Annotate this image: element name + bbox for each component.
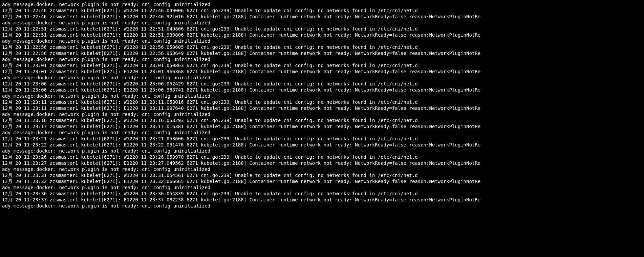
log-line-wrap: ady message:docker: network plugin is no… (2, 56, 642, 62)
log-line-warning: 12月 20 11:23:36 zcsmaster1 kubelet[6271]… (2, 191, 642, 197)
log-line-warning: 12月 20 11:23:06 zcsmaster1 kubelet[6271]… (2, 81, 642, 87)
log-line-error: 12月 20 11:23:17 zcsmaster1 kubelet[6271]… (2, 123, 642, 130)
log-line-error: 12月 20 11:23:22 zcsmaster1 kubelet[6271]… (2, 142, 642, 148)
log-line-warning: 12月 20 11:23:01 zcsmaster1 kubelet[6271]… (2, 62, 642, 68)
log-line-error: 12月 20 11:23:06 zcsmaster1 kubelet[6271]… (2, 87, 642, 93)
log-line-error: 12月 20 11:23:11 zcsmaster1 kubelet[6271]… (2, 105, 642, 111)
log-line-warning: 12月 20 11:22:51 zcsmaster1 kubelet[6271]… (2, 26, 642, 32)
log-line-warning: 12月 20 11:23:11 zcsmaster1 kubelet[6271]… (2, 99, 642, 105)
log-line-warning: 12月 20 11:22:56 zcsmaster1 kubelet[6271]… (2, 44, 642, 50)
log-line-error: 12月 20 11:22:46 zcsmaster1 kubelet[6271]… (2, 14, 642, 20)
log-line-error: 12月 20 11:22:51 zcsmaster1 kubelet[6271]… (2, 32, 642, 38)
log-line-warning: 12月 20 11:23:26 zcsmaster1 kubelet[6271]… (2, 154, 642, 160)
log-line-wrap: ady message:docker: network plugin is no… (2, 75, 642, 81)
log-line-error: 12月 20 11:23:32 zcsmaster1 kubelet[6271]… (2, 178, 642, 184)
log-line-wrap: ady message:docker: network plugin is no… (2, 130, 642, 136)
log-line-error: 12月 20 11:23:01 zcsmaster1 kubelet[6271]… (2, 68, 642, 75)
log-line-warning: 12月 20 11:23:31 zcsmaster1 kubelet[6271]… (2, 172, 642, 178)
log-line-wrap: ady message:docker: network plugin is no… (2, 111, 642, 117)
log-line-wrap: ady message:docker: network plugin is no… (2, 203, 642, 209)
terminal-output[interactable]: ady message:docker: network plugin is no… (0, 0, 644, 210)
log-line-wrap: ady message:docker: network plugin is no… (2, 93, 642, 99)
log-line-wrap: ady message:docker: network plugin is no… (2, 166, 642, 172)
log-line-warning: 12月 20 11:22:46 zcsmaster1 kubelet[6271]… (2, 7, 642, 14)
log-line-error: 12月 20 11:22:56 zcsmaster1 kubelet[6271]… (2, 50, 642, 56)
log-line-wrap: ady message:docker: network plugin is no… (2, 184, 642, 191)
log-line-wrap: ady message:docker: network plugin is no… (2, 20, 642, 26)
log-line-wrap: ady message:docker: network plugin is no… (2, 148, 642, 154)
log-line-warning: 12月 20 11:23:16 zcsmaster1 kubelet[6271]… (2, 117, 642, 123)
log-line-error: 12月 20 11:23:37 zcsmaster1 kubelet[6271]… (2, 197, 642, 203)
log-line-wrap: ady message:docker: network plugin is no… (2, 38, 642, 44)
log-line-warning: 12月 20 11:23:21 zcsmaster1 kubelet[6271]… (2, 136, 642, 142)
log-line-wrap: ady message:docker: network plugin is no… (2, 1, 642, 7)
log-line-error: 12月 20 11:23:27 zcsmaster1 kubelet[6271]… (2, 160, 642, 166)
